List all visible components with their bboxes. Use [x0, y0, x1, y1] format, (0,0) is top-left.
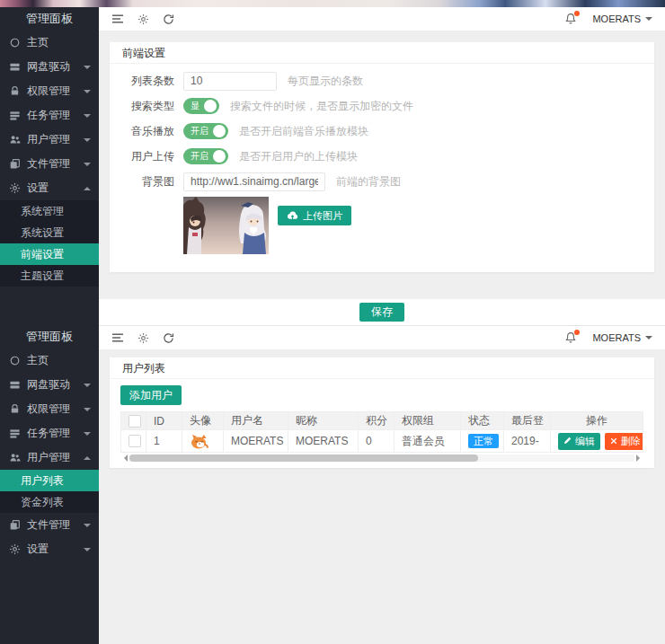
- users-icon: [8, 452, 21, 464]
- admin-page-frontend-settings: 管理面板 主页 网盘驱动 权限管理 任务管理: [0, 0, 665, 325]
- scrollbar-track[interactable]: [129, 454, 634, 462]
- sidebar-item-files[interactable]: 文件管理: [0, 152, 99, 176]
- select-all-checkbox[interactable]: [129, 415, 141, 428]
- sidebar-item-users[interactable]: 用户管理: [0, 128, 99, 152]
- sidebar-item-files[interactable]: 文件管理: [0, 513, 99, 537]
- caret-down-icon: [84, 163, 91, 170]
- collapse-sidebar-icon[interactable]: [111, 13, 124, 25]
- toggle-state-label: 显: [191, 100, 200, 112]
- background-url-input[interactable]: [183, 172, 325, 191]
- cell-id: 1: [146, 430, 182, 453]
- toggle-knob: [213, 125, 226, 137]
- gear-icon[interactable]: [137, 13, 149, 25]
- column-header-actions: 操作: [551, 412, 643, 430]
- sidebar-item-label: 设置: [27, 542, 84, 557]
- delete-button[interactable]: 删除: [605, 433, 643, 450]
- frontend-settings-card: 前端设置 列表条数 每页显示的条数 搜索类型 显: [110, 42, 654, 272]
- sidebar-item-netdisk-drive[interactable]: 网盘驱动: [0, 373, 99, 397]
- field-label: 用户上传: [122, 149, 174, 164]
- upload-button-label: 上传图片: [303, 209, 342, 223]
- caret-down-icon: [84, 524, 91, 531]
- scroll-right-arrow-icon[interactable]: [636, 454, 643, 462]
- user-upload-toggle[interactable]: 开启: [183, 148, 228, 164]
- sidebar-title: 管理面板: [0, 325, 99, 348]
- field-label: 列表条数: [122, 74, 174, 89]
- scroll-left-arrow-icon[interactable]: [120, 454, 128, 462]
- sidebar: 管理面板 主页 网盘驱动 权限管理 任务管理: [0, 7, 99, 325]
- sidebar-item-permissions[interactable]: 权限管理: [0, 79, 99, 103]
- sidebar-item-tasks[interactable]: 任务管理: [0, 421, 99, 446]
- caret-up-icon: [84, 183, 91, 190]
- table-row: 1: [121, 430, 643, 453]
- cell-username: MOERATS: [224, 430, 288, 453]
- search-type-toggle[interactable]: 显: [183, 98, 219, 114]
- user-menu[interactable]: MOERATS: [592, 13, 652, 24]
- save-strip: 保存: [99, 299, 665, 325]
- add-user-button[interactable]: 添加用户: [120, 385, 182, 405]
- topbar: MOERATS: [99, 7, 665, 31]
- home-icon: [8, 355, 21, 367]
- sidebar-subitem-system-management[interactable]: 系统管理: [0, 200, 99, 222]
- form-row-background-image: 背景图 前端的背景图: [122, 169, 642, 194]
- caret-down-icon: [84, 432, 91, 439]
- refresh-icon[interactable]: [162, 13, 174, 25]
- sidebar-subitem-user-list[interactable]: 用户列表: [0, 470, 99, 491]
- caret-down-icon: [84, 138, 91, 146]
- caret-down-icon: [645, 336, 652, 343]
- sidebar-item-tasks[interactable]: 任务管理: [0, 103, 99, 128]
- drive-icon: [8, 61, 21, 74]
- gear-icon[interactable]: [137, 331, 149, 344]
- sidebar-subitem-system-settings[interactable]: 系统设置: [0, 222, 99, 243]
- column-header-username: 用户名: [224, 412, 288, 430]
- sidebar-subitem-frontend-settings[interactable]: 前端设置: [0, 243, 99, 265]
- lock-icon: [8, 85, 21, 98]
- username: MOERATS: [592, 332, 641, 343]
- collapse-sidebar-icon[interactable]: [111, 331, 124, 344]
- sidebar-item-label: 文件管理: [27, 517, 84, 533]
- card-title: 用户列表: [110, 357, 654, 379]
- pencil-icon: [563, 436, 572, 446]
- sidebar-item-settings[interactable]: 设置: [0, 176, 99, 200]
- refresh-icon[interactable]: [162, 331, 174, 344]
- list-count-input[interactable]: [183, 72, 277, 91]
- user-list-card: 用户列表 添加用户 ID: [110, 357, 654, 468]
- music-play-toggle[interactable]: 开启: [183, 123, 228, 139]
- field-hint: 是否开启用户的上传模块: [239, 149, 358, 164]
- gear-icon: [8, 543, 21, 556]
- sidebar-item-label: 网盘驱动: [27, 377, 84, 393]
- task-list-icon: [8, 110, 21, 122]
- caret-down-icon: [84, 408, 91, 415]
- row-checkbox[interactable]: [129, 435, 141, 447]
- scrollbar-thumb[interactable]: [129, 454, 478, 462]
- sidebar-item-home[interactable]: 主页: [0, 348, 99, 373]
- sidebar-item-settings[interactable]: 设置: [0, 537, 99, 561]
- sidebar-item-netdisk-drive[interactable]: 网盘驱动: [0, 55, 99, 79]
- username: MOERATS: [592, 13, 641, 24]
- sidebar-item-label: 用户管理: [27, 450, 84, 465]
- users-icon: [8, 134, 21, 146]
- notifications-bell-icon[interactable]: [564, 331, 578, 345]
- caret-up-icon: [84, 453, 91, 460]
- sidebar-subitem-theme-settings[interactable]: 主题设置: [0, 265, 99, 287]
- caret-down-icon: [645, 17, 652, 24]
- sidebar-item-users[interactable]: 用户管理: [0, 446, 99, 470]
- content-area: 前端设置 列表条数 每页显示的条数 搜索类型 显: [99, 31, 665, 299]
- sidebar-subitem-funds-list[interactable]: 资金列表: [0, 491, 99, 513]
- background-preview-image: [183, 197, 269, 254]
- notification-dot: [574, 330, 580, 335]
- field-hint: 是否开启前端音乐播放模块: [239, 124, 368, 139]
- toggle-knob: [204, 100, 217, 112]
- save-button[interactable]: 保存: [359, 303, 404, 322]
- column-header-group: 权限组: [395, 412, 461, 430]
- user-management-submenu: 用户列表 资金列表: [0, 470, 99, 513]
- cell-last-login: 2019-: [504, 430, 551, 453]
- notifications-bell-icon[interactable]: [564, 13, 578, 26]
- sidebar-item-label: 任务管理: [27, 108, 84, 123]
- user-menu[interactable]: MOERATS: [592, 332, 652, 343]
- field-hint: 每页显示的条数: [288, 74, 363, 89]
- sidebar-item-home[interactable]: 主页: [0, 31, 99, 55]
- edit-button[interactable]: 编辑: [558, 433, 600, 450]
- sidebar-item-permissions[interactable]: 权限管理: [0, 397, 99, 421]
- upload-image-button[interactable]: 上传图片: [278, 206, 351, 225]
- sidebar-item-label: 设置: [27, 181, 84, 196]
